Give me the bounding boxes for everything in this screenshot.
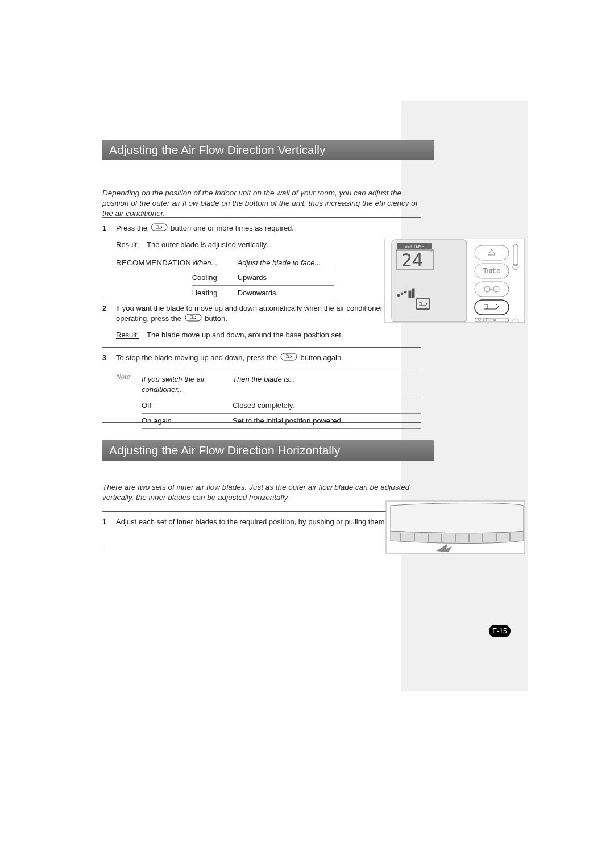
svg-rect-13 — [475, 245, 509, 260]
svg-point-9 — [404, 291, 406, 293]
divider — [102, 347, 421, 348]
recommendation-table: When... Adjust the blade to face... Cool… — [192, 258, 334, 301]
table-row: Heating Downwards. — [192, 286, 334, 301]
svg-rect-0 — [151, 224, 167, 231]
step-number: 1 — [102, 223, 116, 301]
heading-text: Adjusting the Air Flow Direction Vertica… — [109, 143, 326, 157]
swing-button-icon — [151, 223, 168, 234]
step3-text-before: To stop the blade moving up and down, pr… — [116, 353, 277, 362]
table-row: On again Set to the initial position pow… — [142, 414, 421, 429]
note-table: Note If you switch the air conditioner..… — [116, 372, 421, 429]
table-row: Cooling Upwards — [192, 270, 334, 286]
rec-hdr-when: When... — [192, 258, 238, 268]
section-heading-horizontal: Adjusting the Air Flow Direction Horizon… — [102, 440, 434, 461]
step-number: 1 — [102, 517, 116, 527]
intro-text-horizontal: There are two sets of inner air ﬂow blad… — [102, 482, 421, 503]
swing-button-icon — [280, 353, 297, 364]
heading-text: Adjusting the Air Flow Direction Horizon… — [109, 444, 340, 457]
svg-point-8 — [401, 293, 403, 295]
remote-illustration: SET TEMP 24 °C Turbo — [384, 239, 526, 323]
svg-rect-10 — [409, 291, 411, 298]
step-number: 3 — [102, 353, 116, 429]
indoor-unit-illustration — [385, 500, 526, 554]
step-3: 3 To stop the blade moving up and down, … — [102, 353, 421, 429]
step2-text-before: If you want the blade to move up and dow… — [116, 304, 390, 323]
divider — [102, 511, 421, 512]
note-hdr-blade: Then the blade is... — [233, 374, 363, 395]
turbo-label: Turbo — [483, 267, 501, 275]
divider — [102, 217, 421, 218]
step1-text-before: Press the — [116, 224, 147, 232]
rec-when: Heating — [192, 288, 238, 298]
note-hdr-state: If you switch the air conditioner... — [142, 374, 233, 395]
svg-rect-2 — [281, 353, 297, 360]
step-number: 2 — [102, 303, 116, 341]
table-row: Off Closed completely. — [142, 398, 421, 414]
step1-text-after: button one or more times as required. — [171, 224, 294, 232]
page: Adjusting the Air Flow Direction Vertica… — [0, 0, 614, 868]
result-label: Result: — [116, 331, 139, 339]
divider — [102, 298, 421, 298]
divider — [102, 422, 421, 423]
step-2: 2 If you want the blade to move up and d… — [102, 303, 421, 341]
svg-point-7 — [397, 294, 400, 297]
svg-rect-11 — [412, 289, 414, 298]
intro-text-vertical: Depending on the position of the indoor … — [102, 188, 421, 219]
result-text: The outer blade is adjusted vertically. — [147, 240, 268, 249]
recommendation-label: RECOMMENDATION — [116, 258, 190, 268]
swing-button-icon — [185, 314, 202, 324]
rec-when: Cooling — [192, 273, 238, 283]
note-state: On again — [142, 416, 233, 426]
steph1-text: Adjust each set of inner blades to the r… — [116, 518, 419, 526]
note-blade: Closed completely. — [233, 400, 363, 411]
svg-rect-1 — [185, 314, 201, 321]
step-h1: 1 Adjust each set of inner blades to the… — [102, 517, 421, 527]
note-label: Note — [116, 372, 142, 382]
note-state: Off — [142, 400, 233, 411]
step-1: 1 Press the button one or more times as … — [102, 223, 421, 301]
set-temp-label: SET TEMP — [405, 244, 425, 248]
temp-value: 24 — [401, 249, 424, 271]
step3-text-after: button again. — [301, 353, 343, 362]
divider — [102, 549, 421, 549]
page-number: E-15 — [492, 627, 507, 635]
rec-adj: Downwards. — [238, 288, 334, 298]
note-blade: Set to the initial position powered. — [233, 416, 363, 426]
result-label: Result: — [116, 240, 139, 249]
result-text: The blade move up and down, around the b… — [147, 331, 343, 339]
section-heading-vertical: Adjusting the Air Flow Direction Vertica… — [102, 140, 434, 160]
svg-rect-18 — [475, 300, 509, 315]
rec-adj: Upwards — [238, 273, 334, 283]
rec-hdr-adj: Adjust the blade to face... — [238, 258, 334, 268]
step2-text-after: button. — [205, 314, 227, 323]
on-timer-label: On Timer — [478, 317, 497, 322]
page-number-badge: E-15 — [489, 625, 511, 637]
